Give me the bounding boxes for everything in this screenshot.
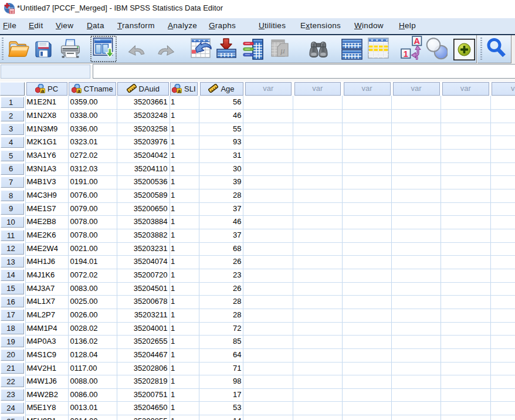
svg-text:a: a (178, 87, 181, 93)
svg-text:1: 1 (404, 49, 408, 59)
svg-text:a: a (41, 87, 45, 93)
svg-text:μ: μ (280, 46, 285, 55)
svg-text:a: a (77, 87, 81, 93)
svg-text:A: A (414, 36, 421, 46)
